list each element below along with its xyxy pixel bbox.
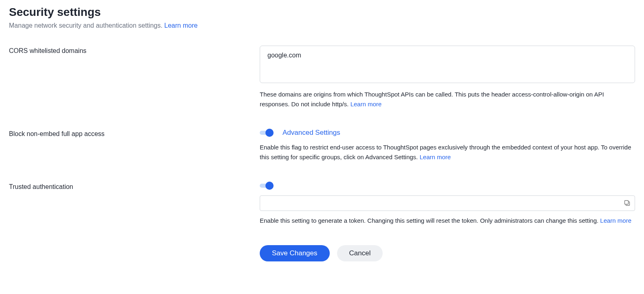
subtitle-text: Manage network security and authenticati…	[9, 22, 162, 29]
advanced-settings-link[interactable]: Advanced Settings	[283, 129, 340, 137]
header-learn-more-link[interactable]: Learn more	[164, 22, 198, 29]
cors-control: These domains are origins from which Tho…	[260, 46, 635, 109]
save-button[interactable]: Save Changes	[260, 245, 330, 261]
cors-row: CORS whitelisted domains These domains a…	[9, 46, 635, 109]
trusted-auth-toggle-row	[260, 182, 635, 190]
cors-learn-more-link[interactable]: Learn more	[350, 101, 382, 108]
trusted-auth-helper-text: Enable this setting to generate a token.…	[260, 217, 598, 224]
svg-rect-1	[625, 201, 629, 204]
trusted-auth-token-field[interactable]	[260, 195, 635, 211]
block-embed-toggle[interactable]	[260, 129, 274, 137]
trusted-auth-label: Trusted authentication	[9, 182, 260, 191]
cors-label: CORS whitelisted domains	[9, 46, 260, 55]
block-embed-label: Block non-embed full app access	[9, 129, 260, 138]
block-embed-learn-more-link[interactable]: Learn more	[420, 154, 451, 160]
block-embed-control: Advanced Settings Enable this flag to re…	[260, 129, 635, 162]
block-embed-helper: Enable this flag to restrict end-user ac…	[260, 143, 635, 162]
block-embed-toggle-row: Advanced Settings	[260, 129, 635, 137]
page-subtitle: Manage network security and authenticati…	[9, 22, 635, 29]
trusted-auth-control: Enable this setting to generate a token.…	[260, 182, 635, 226]
toggle-knob	[265, 182, 274, 190]
cors-helper-text: These domains are origins from which Tho…	[260, 91, 604, 108]
toggle-knob	[265, 129, 274, 137]
block-embed-row: Block non-embed full app access Advanced…	[9, 129, 635, 162]
cors-domains-input[interactable]	[260, 46, 635, 83]
cancel-button[interactable]: Cancel	[337, 245, 383, 261]
trusted-auth-row: Trusted authentication Enable this se	[9, 182, 635, 226]
trusted-auth-learn-more-link[interactable]: Learn more	[600, 217, 631, 224]
trusted-auth-toggle[interactable]	[260, 182, 274, 190]
page-title: Security settings	[9, 6, 635, 19]
copy-icon[interactable]	[624, 200, 631, 206]
security-settings-page: Security settings Manage network securit…	[0, 0, 644, 274]
action-buttons: Save Changes Cancel	[260, 245, 635, 261]
cors-helper: These domains are origins from which Tho…	[260, 90, 635, 109]
trusted-auth-helper: Enable this setting to generate a token.…	[260, 216, 635, 226]
